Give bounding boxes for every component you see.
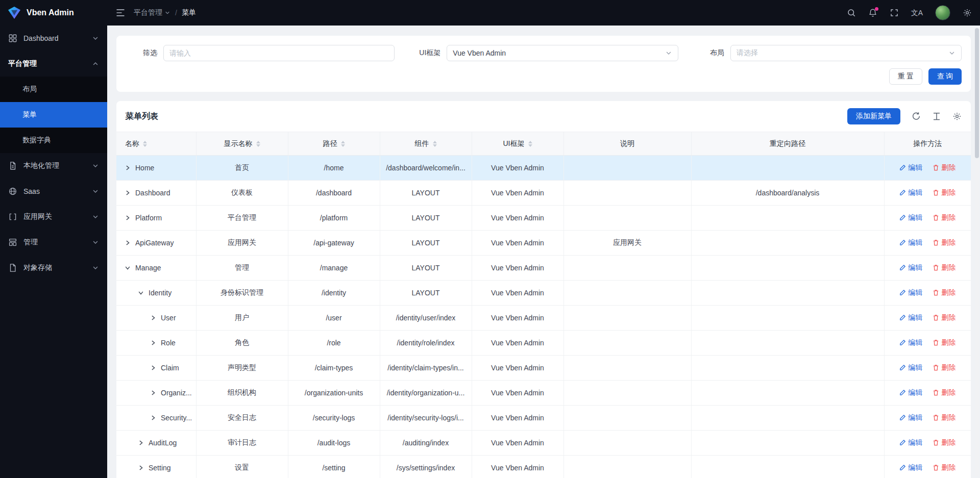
delete-link[interactable]: 删除 xyxy=(933,463,955,472)
sort-icons[interactable] xyxy=(433,141,437,147)
cell-display-name: 角色 xyxy=(196,331,288,356)
sidebar-item-manage[interactable]: 管理 xyxy=(0,230,107,255)
row-expand-caret-icon[interactable] xyxy=(125,215,131,221)
column-header-name[interactable]: 名称 xyxy=(116,132,196,156)
delete-link[interactable]: 删除 xyxy=(933,288,955,297)
refresh-icon[interactable] xyxy=(912,112,921,121)
fullscreen-icon[interactable] xyxy=(890,8,899,17)
ui-framework-select[interactable]: Vue Vben Admin xyxy=(447,45,678,61)
row-expand-caret-icon[interactable] xyxy=(138,290,144,296)
table-row[interactable]: Security... 安全日志 /security-logs /identit… xyxy=(116,406,971,431)
table-row[interactable]: Role 角色 /role /identity/role/index Vue V… xyxy=(116,331,971,356)
breadcrumb-parent[interactable]: 平台管理 xyxy=(134,8,170,17)
column-header-component[interactable]: 组件 xyxy=(380,132,472,156)
sidebar-item-localization[interactable]: 本地化管理 xyxy=(0,153,107,179)
row-expand-caret-icon[interactable] xyxy=(125,240,131,246)
scrollbar-thumb[interactable] xyxy=(975,28,979,158)
add-menu-button[interactable]: 添加新菜单 xyxy=(847,108,900,124)
delete-link[interactable]: 删除 xyxy=(933,238,955,247)
delete-link[interactable]: 删除 xyxy=(933,363,955,372)
table-row[interactable]: AuditLog 审计日志 /audit-logs /auditing/inde… xyxy=(116,431,971,456)
user-avatar[interactable] xyxy=(935,5,950,20)
row-expand-caret-icon[interactable] xyxy=(125,190,131,196)
edit-link[interactable]: 编辑 xyxy=(899,213,922,222)
column-header-framework[interactable]: UI框架 xyxy=(472,132,564,156)
edit-link[interactable]: 编辑 xyxy=(899,238,922,247)
sidebar-collapse-icon[interactable] xyxy=(115,8,126,18)
sidebar-item-object-storage[interactable]: 对象存储 xyxy=(0,255,107,281)
filter-keyword-input[interactable] xyxy=(163,45,395,61)
delete-link[interactable]: 删除 xyxy=(933,313,955,322)
chevron-down-icon xyxy=(164,10,170,16)
table-row[interactable]: Home 首页 /home /dashboard/welcome/in... V… xyxy=(116,156,971,181)
row-height-icon[interactable] xyxy=(932,112,941,121)
sidebar-item-saas[interactable]: Saas xyxy=(0,179,107,204)
edit-link[interactable]: 编辑 xyxy=(899,413,922,422)
sidebar-item-menu[interactable]: 菜单 xyxy=(0,102,107,128)
row-expand-caret-icon[interactable] xyxy=(150,365,156,371)
edit-link[interactable]: 编辑 xyxy=(899,163,922,172)
sort-icons[interactable] xyxy=(256,141,260,147)
table-row[interactable]: Platform 平台管理 /platform LAYOUT Vue Vben … xyxy=(116,206,971,231)
row-expand-caret-icon[interactable] xyxy=(150,315,156,321)
row-expand-caret-icon[interactable] xyxy=(138,440,144,446)
delete-link[interactable]: 删除 xyxy=(933,338,955,347)
row-name: Identity xyxy=(149,289,172,297)
column-settings-gear-icon[interactable] xyxy=(952,112,962,121)
sidebar-item-platform-management[interactable]: 平台管理 xyxy=(0,51,107,77)
delete-link[interactable]: 删除 xyxy=(933,438,955,447)
edit-link[interactable]: 编辑 xyxy=(899,188,922,197)
app-logo[interactable]: Vben Admin xyxy=(0,0,107,26)
menu-list-panel: 菜单列表 添加新菜单 名称 xyxy=(116,101,971,478)
sort-icons[interactable] xyxy=(341,141,345,147)
edit-link[interactable]: 编辑 xyxy=(899,388,922,397)
table-row[interactable]: Identity 身份标识管理 /identity LAYOUT Vue Vbe… xyxy=(116,281,971,306)
sort-icons[interactable] xyxy=(143,141,147,147)
reset-button[interactable]: 重置 xyxy=(889,68,922,85)
cell-display-name: 安全日志 xyxy=(196,406,288,431)
table-row[interactable]: Organiz... 组织机构 /organization-units /ide… xyxy=(116,381,971,406)
table-row[interactable]: Claim 声明类型 /claim-types /identity/claim-… xyxy=(116,356,971,381)
table-row[interactable]: Dashboard 仪表板 /dashboard LAYOUT Vue Vben… xyxy=(116,181,971,206)
row-expand-caret-icon[interactable] xyxy=(150,340,156,346)
delete-link[interactable]: 删除 xyxy=(933,163,955,172)
table-row[interactable]: ApiGateway 应用网关 /api-gateway LAYOUT Vue … xyxy=(116,231,971,256)
layout-select[interactable]: 请选择 xyxy=(730,45,962,61)
cell-redirect xyxy=(691,156,884,181)
row-expand-caret-icon[interactable] xyxy=(125,165,131,171)
column-header-display-name[interactable]: 显示名称 xyxy=(196,132,288,156)
row-expand-caret-icon[interactable] xyxy=(150,415,156,421)
edit-link[interactable]: 编辑 xyxy=(899,438,922,447)
table-row[interactable]: User 用户 /user /identity/user/index Vue V… xyxy=(116,306,971,331)
sidebar-item-data-dictionary[interactable]: 数据字典 xyxy=(0,128,107,153)
language-translate-icon[interactable]: 文A xyxy=(911,9,923,16)
delete-link[interactable]: 删除 xyxy=(933,188,955,197)
edit-link[interactable]: 编辑 xyxy=(899,313,922,322)
table-row[interactable]: Manage 管理 /manage LAYOUT Vue Vben Admin xyxy=(116,256,971,281)
sidebar-item-api-gateway[interactable]: 应用网关 xyxy=(0,204,107,230)
delete-link[interactable]: 删除 xyxy=(933,263,955,272)
cell-path: /organization-units xyxy=(288,381,380,406)
row-expand-caret-icon[interactable] xyxy=(125,265,131,271)
settings-gear-icon[interactable] xyxy=(963,8,972,17)
sidebar-item-layout[interactable]: 布局 xyxy=(0,77,107,102)
search-icon[interactable] xyxy=(847,8,856,17)
delete-link[interactable]: 删除 xyxy=(933,413,955,422)
sort-icons[interactable] xyxy=(528,141,532,147)
column-header-path[interactable]: 路径 xyxy=(288,132,380,156)
edit-link[interactable]: 编辑 xyxy=(899,463,922,472)
row-expand-caret-icon[interactable] xyxy=(138,465,144,471)
edit-link[interactable]: 编辑 xyxy=(899,263,922,272)
table-row[interactable]: Setting 设置 /setting /sys/settings/index … xyxy=(116,456,971,478)
top-header: 平台管理 / 菜单 文A xyxy=(107,0,980,26)
page-scrollbar[interactable] xyxy=(975,27,979,476)
row-expand-caret-icon[interactable] xyxy=(150,390,156,396)
edit-link[interactable]: 编辑 xyxy=(899,288,922,297)
delete-link[interactable]: 删除 xyxy=(933,213,955,222)
edit-link[interactable]: 编辑 xyxy=(899,338,922,347)
notification-bell-icon[interactable] xyxy=(868,8,877,17)
edit-link[interactable]: 编辑 xyxy=(899,363,922,372)
sidebar-item-dashboard[interactable]: Dashboard xyxy=(0,26,107,51)
delete-link[interactable]: 删除 xyxy=(933,388,955,397)
search-submit-button[interactable]: 查询 xyxy=(928,68,962,85)
